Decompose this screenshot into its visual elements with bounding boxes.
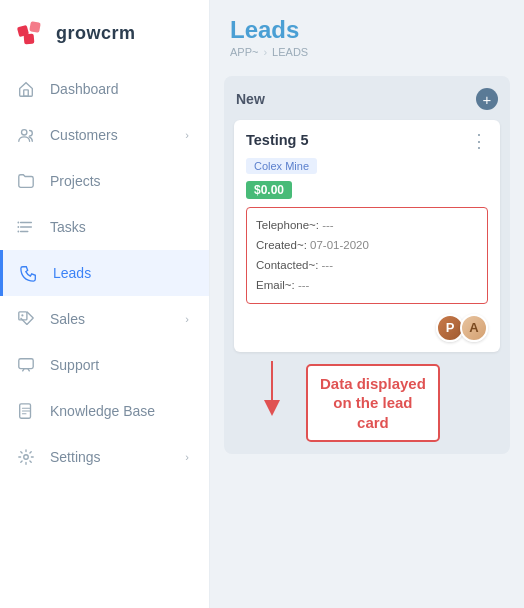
sidebar-item-dashboard[interactable]: Dashboard [0, 66, 209, 112]
sidebar-item-leads[interactable]: Leads [0, 250, 209, 296]
chevron-right-icon-sales: › [185, 313, 189, 325]
annotation-text: Data displayedon the leadcard [320, 375, 426, 431]
svg-rect-1 [29, 21, 41, 33]
svg-rect-3 [24, 90, 29, 96]
sidebar-item-label-support: Support [50, 357, 189, 373]
chevron-right-icon-settings: › [185, 451, 189, 463]
lead-card-footer: P A [246, 314, 488, 342]
kanban-column-new: New + Testing 5 ⋮ Colex Mine $0.00 Telep… [224, 76, 510, 454]
breadcrumb-current: LEADS [272, 46, 308, 58]
svg-point-4 [22, 130, 27, 135]
lead-info-box: Telephone~: --- Created~: 07-01-2020 Con… [246, 207, 488, 304]
book-icon [16, 401, 36, 421]
svg-rect-13 [19, 359, 33, 369]
svg-point-8 [17, 222, 19, 224]
sidebar-item-sales[interactable]: Sales › [0, 296, 209, 342]
sidebar-item-label-customers: Customers [50, 127, 171, 143]
page-title: Leads [230, 16, 504, 44]
lead-info-contacted: Contacted~: --- [256, 255, 478, 275]
chevron-right-icon: › [185, 129, 189, 141]
breadcrumb-separator: › [263, 46, 267, 58]
sidebar-item-label-settings: Settings [50, 449, 171, 465]
users-icon [16, 125, 36, 145]
svg-rect-2 [24, 34, 35, 45]
kanban-add-button[interactable]: + [476, 88, 498, 110]
svg-point-12 [21, 314, 23, 316]
svg-point-10 [17, 231, 19, 233]
avatar-2: A [460, 314, 488, 342]
annotation-arrow [242, 356, 302, 416]
lead-card-header: Testing 5 ⋮ [246, 132, 488, 150]
main-header: Leads APP~ › LEADS [210, 0, 524, 66]
sidebar-item-label-tasks: Tasks [50, 219, 189, 235]
folder-icon [16, 171, 36, 191]
chat-icon [16, 355, 36, 375]
annotation-callout: Data displayedon the leadcard [306, 364, 440, 443]
sidebar-item-label-leads: Leads [53, 265, 189, 281]
kanban-area: New + Testing 5 ⋮ Colex Mine $0.00 Telep… [210, 66, 524, 608]
kanban-column-header: New + [234, 88, 500, 110]
annotation-container: Data displayedon the leadcard [234, 356, 500, 443]
kanban-column-title: New [236, 91, 265, 107]
lead-info-telephone: Telephone~: --- [256, 215, 478, 235]
logo-area: growcrm [0, 0, 209, 66]
tag-icon [16, 309, 36, 329]
breadcrumb: APP~ › LEADS [230, 46, 504, 58]
lead-info-created: Created~: 07-01-2020 [256, 235, 478, 255]
sidebar-item-projects[interactable]: Projects [0, 158, 209, 204]
phone-icon [19, 263, 39, 283]
sidebar: growcrm Dashboard Customers › [0, 0, 210, 608]
svg-point-18 [24, 455, 29, 460]
sidebar-item-support[interactable]: Support [0, 342, 209, 388]
sidebar-item-label-dashboard: Dashboard [50, 81, 189, 97]
sidebar-item-settings[interactable]: Settings › [0, 434, 209, 480]
sidebar-item-tasks[interactable]: Tasks [0, 204, 209, 250]
growcrm-logo-icon [16, 18, 46, 48]
sidebar-item-customers[interactable]: Customers › [0, 112, 209, 158]
lead-card-menu-icon[interactable]: ⋮ [470, 132, 488, 150]
lead-info-email: Email~: --- [256, 275, 478, 295]
lead-card-title: Testing 5 [246, 132, 309, 148]
main-content: Leads APP~ › LEADS New + Testing 5 ⋮ Col… [210, 0, 524, 608]
home-icon [16, 79, 36, 99]
svg-point-9 [17, 226, 19, 228]
sidebar-item-label-sales: Sales [50, 311, 171, 327]
lead-card: Testing 5 ⋮ Colex Mine $0.00 Telephone~:… [234, 120, 500, 352]
lead-badge: Colex Mine [246, 158, 317, 174]
lead-price: $0.00 [246, 181, 292, 199]
breadcrumb-app: APP~ [230, 46, 258, 58]
gear-icon [16, 447, 36, 467]
sidebar-item-label-knowledge-base: Knowledge Base [50, 403, 189, 419]
sidebar-item-label-projects: Projects [50, 173, 189, 189]
sidebar-item-knowledge-base[interactable]: Knowledge Base [0, 388, 209, 434]
list-icon [16, 217, 36, 237]
logo-text: growcrm [56, 23, 136, 44]
